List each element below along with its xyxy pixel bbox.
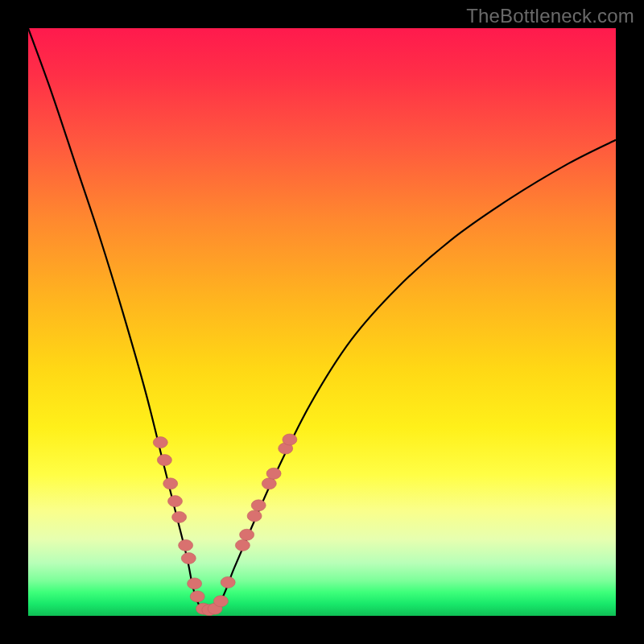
curve-marker	[221, 576, 235, 588]
watermark-text: TheBottleneck.com	[466, 5, 634, 27]
bottleneck-curve	[28, 28, 616, 611]
curve-marker	[163, 478, 178, 489]
curve-markers	[153, 434, 297, 616]
curve-marker	[240, 529, 254, 540]
curve-marker	[168, 496, 183, 507]
curve-marker	[153, 437, 167, 448]
curve-marker	[172, 511, 187, 522]
curve-marker	[157, 455, 171, 466]
bottleneck-curve-svg	[28, 28, 616, 616]
curve-marker	[213, 596, 228, 607]
plot-area	[28, 28, 616, 616]
curve-marker	[190, 591, 204, 602]
curve-marker	[262, 478, 276, 489]
curve-marker	[188, 578, 202, 589]
curve-marker	[235, 539, 250, 551]
curve-marker	[181, 553, 196, 564]
chart-frame: TheBottleneck.com	[0, 0, 644, 644]
curve-marker	[266, 468, 281, 479]
curve-marker	[179, 539, 193, 551]
curve-marker	[251, 500, 266, 511]
curve-marker	[283, 434, 297, 445]
curve-marker	[247, 510, 262, 522]
